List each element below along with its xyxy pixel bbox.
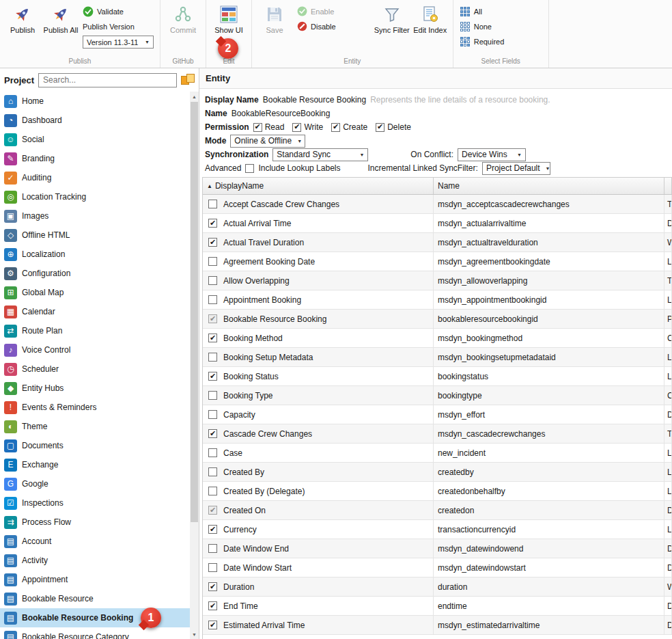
column-header-displayname[interactable]: ▲ DisplayName xyxy=(203,178,434,194)
synchronization-select[interactable]: Standard Sync ▼ xyxy=(272,148,368,161)
enable-button[interactable]: Enable xyxy=(296,5,336,17)
field-row-end-time[interactable]: End TimeendtimeD xyxy=(203,597,672,616)
sidebar-item-home[interactable]: ⌂Home xyxy=(0,92,190,111)
field-row-duration[interactable]: DurationdurationW xyxy=(203,577,672,597)
field-checkbox[interactable] xyxy=(208,525,217,534)
mode-select[interactable]: Online & Offline ▼ xyxy=(230,135,305,148)
sidebar-item-appointment[interactable]: ▤Appointment xyxy=(0,570,190,589)
field-row-case[interactable]: Casenew_incidentL xyxy=(203,444,672,463)
sidebar-item-inspections[interactable]: ☑Inspections xyxy=(0,493,190,513)
sidebar-item-social[interactable]: ☺Social xyxy=(0,130,190,149)
panel-toggle-icon[interactable] xyxy=(181,74,196,86)
sidebar-item-offline-html[interactable]: ◇Offline HTML xyxy=(0,226,190,245)
sidebar-item-activity[interactable]: ▤Activity xyxy=(0,551,190,570)
read-checkbox[interactable] xyxy=(253,123,262,132)
field-row-date-window-end[interactable]: Date Window Endmsdyn_datewindowendD xyxy=(203,539,672,558)
field-row-booking-method[interactable]: Booking Methodmsdyn_bookingmethodC xyxy=(203,329,672,348)
permission-read[interactable]: Read xyxy=(253,122,285,132)
sidebar-scrollbar[interactable]: ▲ ▼ xyxy=(190,92,199,639)
sidebar-item-global-map[interactable]: ⊞Global Map xyxy=(0,283,190,302)
field-checkbox[interactable] xyxy=(208,219,217,228)
field-row-booking-setup-metadata[interactable]: Booking Setup Metadatamsdyn_bookingsetup… xyxy=(203,348,672,367)
sidebar-item-account[interactable]: ▤Account xyxy=(0,532,190,551)
column-header-name[interactable]: Name xyxy=(434,178,664,194)
include-lookup-labels-checkbox[interactable] xyxy=(245,164,254,173)
field-row-bookable-resource-booking[interactable]: Bookable Resource Bookingbookableresourc… xyxy=(203,310,672,329)
sidebar-item-theme[interactable]: ◐Theme xyxy=(0,417,190,436)
field-row-estimated-arrival-time[interactable]: Estimated Arrival Timemsdyn_estimatedarr… xyxy=(203,616,672,635)
sidebar-item-events-reminders[interactable]: !Events & Reminders xyxy=(0,398,190,417)
sidebar-item-images[interactable]: ▣Images xyxy=(0,206,190,226)
field-checkbox[interactable] xyxy=(208,487,217,495)
sidebar-item-bookable-resource-category[interactable]: ▤Bookable Resource Category xyxy=(0,627,190,639)
field-checkbox[interactable] xyxy=(208,372,217,381)
field-row-appointment-booking[interactable]: Appointment Bookingmsdyn_appointmentbook… xyxy=(203,290,672,310)
field-checkbox[interactable] xyxy=(208,601,217,610)
sidebar-item-calendar[interactable]: ▦Calendar xyxy=(0,302,190,321)
edit-index-button[interactable]: Edit Index xyxy=(411,1,449,36)
field-row-allow-overlapping[interactable]: Allow Overlappingmsdyn_allowoverlappingT xyxy=(203,271,672,290)
sidebar-item-google[interactable]: GGoogle xyxy=(0,474,190,493)
sidebar-item-exchange[interactable]: EExchange xyxy=(0,455,190,474)
sidebar-item-bookable-resource[interactable]: ▤Bookable Resource xyxy=(0,589,190,608)
sidebar-item-auditing[interactable]: ✓Auditing xyxy=(0,168,190,187)
sidebar-item-dashboard[interactable]: ◔Dashboard xyxy=(0,111,190,130)
field-checkbox[interactable] xyxy=(208,391,217,400)
sidebar-item-entity-hubs[interactable]: ◆Entity Hubs xyxy=(0,379,190,398)
field-row-booking-status[interactable]: Booking StatusbookingstatusL xyxy=(203,367,672,386)
publish-all-button[interactable]: Publish All xyxy=(42,1,80,36)
sidebar-item-bookable-resource-booking[interactable]: ▤Bookable Resource Booking1 xyxy=(0,608,190,627)
field-checkbox[interactable] xyxy=(208,582,217,591)
sidebar-item-process-flow[interactable]: ⇉Process Flow xyxy=(0,513,190,532)
field-row-cascade-crew-changes[interactable]: Cascade Crew Changesmsdyn_cascadecrewcha… xyxy=(203,424,672,444)
select-none-button[interactable]: None xyxy=(460,21,505,32)
column-header-type[interactable] xyxy=(664,178,672,194)
field-checkbox[interactable] xyxy=(208,467,217,476)
permission-write[interactable]: Write xyxy=(292,122,323,132)
permission-delete[interactable]: Delete xyxy=(376,122,411,132)
field-checkbox[interactable] xyxy=(208,544,217,553)
publish-button[interactable]: Publish xyxy=(3,1,42,36)
publish-version-button[interactable]: Publish Version xyxy=(83,21,154,32)
sidebar-item-scheduler[interactable]: ◷Scheduler xyxy=(0,359,190,379)
field-checkbox[interactable] xyxy=(208,448,217,457)
field-row-agreement-booking-date[interactable]: Agreement Booking Datemsdyn_agreementboo… xyxy=(203,252,672,271)
field-checkbox[interactable] xyxy=(208,621,217,629)
field-row-date-window-start[interactable]: Date Window Startmsdyn_datewindowstartD xyxy=(203,558,672,577)
create-checkbox[interactable] xyxy=(331,123,340,132)
field-checkbox[interactable] xyxy=(208,200,217,208)
field-checkbox[interactable] xyxy=(208,353,217,362)
save-button[interactable]: Save xyxy=(255,1,294,36)
permission-create[interactable]: Create xyxy=(331,122,367,132)
sidebar-item-branding[interactable]: ✎Branding xyxy=(0,149,190,168)
search-input[interactable] xyxy=(38,73,177,87)
field-checkbox[interactable] xyxy=(208,334,217,342)
sidebar-item-voice-control[interactable]: ♪Voice Control xyxy=(0,340,190,359)
sidebar-item-localization[interactable]: ⊕Localization xyxy=(0,245,190,264)
show-ui-button[interactable]: Show UI xyxy=(210,1,248,36)
field-checkbox[interactable] xyxy=(208,410,217,419)
field-checkbox[interactable] xyxy=(208,295,217,304)
field-row-created-by[interactable]: Created BycreatedbyL xyxy=(203,463,672,482)
sidebar-item-configuration[interactable]: ⚙Configuration xyxy=(0,264,190,283)
incremental-syncfilter-select[interactable]: Project Default ▼ xyxy=(482,162,550,175)
field-row-actual-travel-duration[interactable]: Actual Travel Durationmsdyn_actualtravel… xyxy=(203,233,672,252)
field-checkbox[interactable] xyxy=(208,276,217,285)
validate-button[interactable]: Validate xyxy=(83,5,154,17)
commit-button[interactable]: Commit xyxy=(164,1,202,36)
sidebar-item-location-tracking[interactable]: ◎Location Tracking xyxy=(0,187,190,206)
field-row-booking-type[interactable]: Booking TypebookingtypeC xyxy=(203,386,672,405)
sync-filter-button[interactable]: Sync Filter xyxy=(373,1,411,36)
field-checkbox[interactable] xyxy=(208,238,217,247)
field-checkbox[interactable] xyxy=(208,563,217,572)
write-checkbox[interactable] xyxy=(292,123,301,132)
field-row-actual-arrival-time[interactable]: Actual Arrival Timemsdyn_actualarrivalti… xyxy=(203,214,672,233)
select-required-button[interactable]: Required xyxy=(460,36,505,47)
field-row-created-by-delegate[interactable]: Created By (Delegate)createdonbehalfbyL xyxy=(203,482,672,501)
field-checkbox[interactable] xyxy=(208,429,217,438)
delete-checkbox[interactable] xyxy=(376,123,384,132)
field-row-currency[interactable]: CurrencytransactioncurrencyidL xyxy=(203,520,672,539)
field-row-created-on[interactable]: Created OncreatedonD xyxy=(203,501,672,520)
scroll-down-icon[interactable]: ▼ xyxy=(190,629,199,639)
field-row-capacity[interactable]: Capacitymsdyn_effortD xyxy=(203,405,672,424)
